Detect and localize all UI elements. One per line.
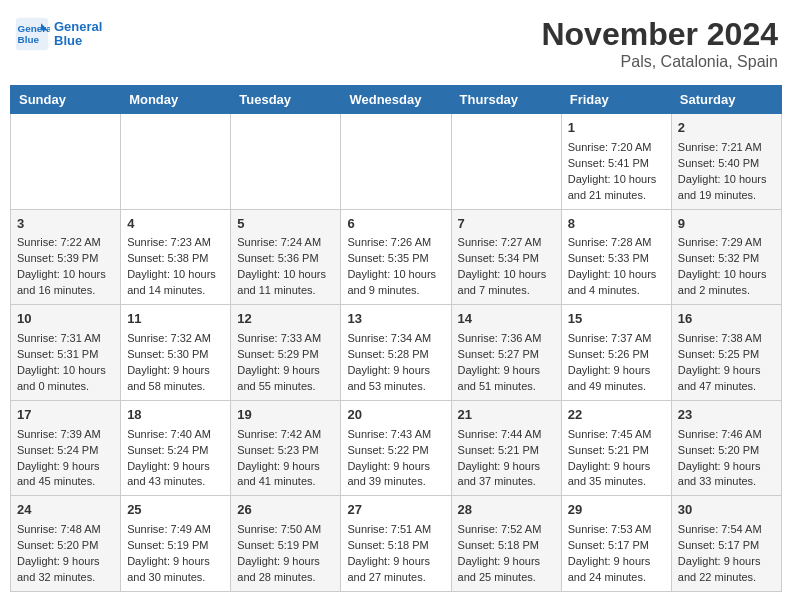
day-number: 23: [678, 406, 775, 425]
day-of-week-header: Friday: [561, 86, 671, 114]
day-number: 7: [458, 215, 555, 234]
day-number: 3: [17, 215, 114, 234]
calendar-table: SundayMondayTuesdayWednesdayThursdayFrid…: [10, 85, 782, 592]
svg-text:Blue: Blue: [18, 34, 40, 45]
calendar-week-row: 17Sunrise: 7:39 AM Sunset: 5:24 PM Dayli…: [11, 400, 782, 496]
day-info: Sunrise: 7:34 AM Sunset: 5:28 PM Dayligh…: [347, 332, 431, 392]
calendar-cell: 7Sunrise: 7:27 AM Sunset: 5:34 PM Daylig…: [451, 209, 561, 305]
day-info: Sunrise: 7:33 AM Sunset: 5:29 PM Dayligh…: [237, 332, 321, 392]
day-info: Sunrise: 7:42 AM Sunset: 5:23 PM Dayligh…: [237, 428, 321, 488]
day-number: 17: [17, 406, 114, 425]
day-number: 19: [237, 406, 334, 425]
logo-text-line1: General: [54, 20, 102, 34]
calendar-cell: 15Sunrise: 7:37 AM Sunset: 5:26 PM Dayli…: [561, 305, 671, 401]
calendar-week-row: 3Sunrise: 7:22 AM Sunset: 5:39 PM Daylig…: [11, 209, 782, 305]
day-info: Sunrise: 7:48 AM Sunset: 5:20 PM Dayligh…: [17, 523, 101, 583]
calendar-cell: 14Sunrise: 7:36 AM Sunset: 5:27 PM Dayli…: [451, 305, 561, 401]
day-info: Sunrise: 7:26 AM Sunset: 5:35 PM Dayligh…: [347, 236, 436, 296]
location-title: Pals, Catalonia, Spain: [541, 53, 778, 71]
calendar-week-row: 24Sunrise: 7:48 AM Sunset: 5:20 PM Dayli…: [11, 496, 782, 592]
day-number: 11: [127, 310, 224, 329]
day-info: Sunrise: 7:37 AM Sunset: 5:26 PM Dayligh…: [568, 332, 652, 392]
calendar-cell: 3Sunrise: 7:22 AM Sunset: 5:39 PM Daylig…: [11, 209, 121, 305]
calendar-cell: 10Sunrise: 7:31 AM Sunset: 5:31 PM Dayli…: [11, 305, 121, 401]
day-info: Sunrise: 7:27 AM Sunset: 5:34 PM Dayligh…: [458, 236, 547, 296]
day-number: 27: [347, 501, 444, 520]
day-of-week-header: Wednesday: [341, 86, 451, 114]
day-info: Sunrise: 7:45 AM Sunset: 5:21 PM Dayligh…: [568, 428, 652, 488]
day-info: Sunrise: 7:52 AM Sunset: 5:18 PM Dayligh…: [458, 523, 542, 583]
calendar-cell: 21Sunrise: 7:44 AM Sunset: 5:21 PM Dayli…: [451, 400, 561, 496]
calendar-cell: 9Sunrise: 7:29 AM Sunset: 5:32 PM Daylig…: [671, 209, 781, 305]
day-number: 18: [127, 406, 224, 425]
day-number: 29: [568, 501, 665, 520]
day-info: Sunrise: 7:32 AM Sunset: 5:30 PM Dayligh…: [127, 332, 211, 392]
calendar-cell: 23Sunrise: 7:46 AM Sunset: 5:20 PM Dayli…: [671, 400, 781, 496]
day-info: Sunrise: 7:43 AM Sunset: 5:22 PM Dayligh…: [347, 428, 431, 488]
day-info: Sunrise: 7:28 AM Sunset: 5:33 PM Dayligh…: [568, 236, 657, 296]
day-number: 30: [678, 501, 775, 520]
calendar-cell: 6Sunrise: 7:26 AM Sunset: 5:35 PM Daylig…: [341, 209, 451, 305]
day-info: Sunrise: 7:46 AM Sunset: 5:20 PM Dayligh…: [678, 428, 762, 488]
calendar-cell: [451, 114, 561, 210]
calendar-cell: 4Sunrise: 7:23 AM Sunset: 5:38 PM Daylig…: [121, 209, 231, 305]
calendar-week-row: 1Sunrise: 7:20 AM Sunset: 5:41 PM Daylig…: [11, 114, 782, 210]
calendar-header-row: SundayMondayTuesdayWednesdayThursdayFrid…: [11, 86, 782, 114]
day-number: 4: [127, 215, 224, 234]
day-info: Sunrise: 7:49 AM Sunset: 5:19 PM Dayligh…: [127, 523, 211, 583]
month-title: November 2024: [541, 16, 778, 53]
page-header: General Blue General Blue November 2024 …: [10, 10, 782, 77]
day-of-week-header: Monday: [121, 86, 231, 114]
day-number: 16: [678, 310, 775, 329]
day-info: Sunrise: 7:44 AM Sunset: 5:21 PM Dayligh…: [458, 428, 542, 488]
day-number: 22: [568, 406, 665, 425]
day-info: Sunrise: 7:36 AM Sunset: 5:27 PM Dayligh…: [458, 332, 542, 392]
day-info: Sunrise: 7:23 AM Sunset: 5:38 PM Dayligh…: [127, 236, 216, 296]
day-number: 24: [17, 501, 114, 520]
logo: General Blue General Blue: [14, 16, 102, 52]
calendar-cell: 13Sunrise: 7:34 AM Sunset: 5:28 PM Dayli…: [341, 305, 451, 401]
day-number: 15: [568, 310, 665, 329]
calendar-cell: 12Sunrise: 7:33 AM Sunset: 5:29 PM Dayli…: [231, 305, 341, 401]
calendar-cell: 18Sunrise: 7:40 AM Sunset: 5:24 PM Dayli…: [121, 400, 231, 496]
day-number: 10: [17, 310, 114, 329]
day-number: 13: [347, 310, 444, 329]
calendar-cell: 1Sunrise: 7:20 AM Sunset: 5:41 PM Daylig…: [561, 114, 671, 210]
day-number: 9: [678, 215, 775, 234]
calendar-cell: 11Sunrise: 7:32 AM Sunset: 5:30 PM Dayli…: [121, 305, 231, 401]
calendar-cell: 16Sunrise: 7:38 AM Sunset: 5:25 PM Dayli…: [671, 305, 781, 401]
calendar-cell: 25Sunrise: 7:49 AM Sunset: 5:19 PM Dayli…: [121, 496, 231, 592]
day-number: 28: [458, 501, 555, 520]
day-number: 14: [458, 310, 555, 329]
day-info: Sunrise: 7:22 AM Sunset: 5:39 PM Dayligh…: [17, 236, 106, 296]
calendar-cell: 27Sunrise: 7:51 AM Sunset: 5:18 PM Dayli…: [341, 496, 451, 592]
calendar-week-row: 10Sunrise: 7:31 AM Sunset: 5:31 PM Dayli…: [11, 305, 782, 401]
logo-text-line2: Blue: [54, 34, 102, 48]
day-number: 8: [568, 215, 665, 234]
calendar-cell: 17Sunrise: 7:39 AM Sunset: 5:24 PM Dayli…: [11, 400, 121, 496]
calendar-cell: [231, 114, 341, 210]
day-number: 5: [237, 215, 334, 234]
calendar-cell: 19Sunrise: 7:42 AM Sunset: 5:23 PM Dayli…: [231, 400, 341, 496]
day-number: 26: [237, 501, 334, 520]
day-number: 1: [568, 119, 665, 138]
title-area: November 2024 Pals, Catalonia, Spain: [541, 16, 778, 71]
day-info: Sunrise: 7:39 AM Sunset: 5:24 PM Dayligh…: [17, 428, 101, 488]
day-of-week-header: Thursday: [451, 86, 561, 114]
day-info: Sunrise: 7:24 AM Sunset: 5:36 PM Dayligh…: [237, 236, 326, 296]
day-info: Sunrise: 7:53 AM Sunset: 5:17 PM Dayligh…: [568, 523, 652, 583]
day-info: Sunrise: 7:29 AM Sunset: 5:32 PM Dayligh…: [678, 236, 767, 296]
calendar-cell: 30Sunrise: 7:54 AM Sunset: 5:17 PM Dayli…: [671, 496, 781, 592]
calendar-cell: 2Sunrise: 7:21 AM Sunset: 5:40 PM Daylig…: [671, 114, 781, 210]
day-info: Sunrise: 7:31 AM Sunset: 5:31 PM Dayligh…: [17, 332, 106, 392]
day-number: 21: [458, 406, 555, 425]
calendar-cell: 20Sunrise: 7:43 AM Sunset: 5:22 PM Dayli…: [341, 400, 451, 496]
calendar-cell: 5Sunrise: 7:24 AM Sunset: 5:36 PM Daylig…: [231, 209, 341, 305]
calendar-cell: 22Sunrise: 7:45 AM Sunset: 5:21 PM Dayli…: [561, 400, 671, 496]
day-info: Sunrise: 7:40 AM Sunset: 5:24 PM Dayligh…: [127, 428, 211, 488]
day-info: Sunrise: 7:20 AM Sunset: 5:41 PM Dayligh…: [568, 141, 657, 201]
day-info: Sunrise: 7:38 AM Sunset: 5:25 PM Dayligh…: [678, 332, 762, 392]
calendar-cell: 29Sunrise: 7:53 AM Sunset: 5:17 PM Dayli…: [561, 496, 671, 592]
calendar-cell: 8Sunrise: 7:28 AM Sunset: 5:33 PM Daylig…: [561, 209, 671, 305]
day-info: Sunrise: 7:50 AM Sunset: 5:19 PM Dayligh…: [237, 523, 321, 583]
